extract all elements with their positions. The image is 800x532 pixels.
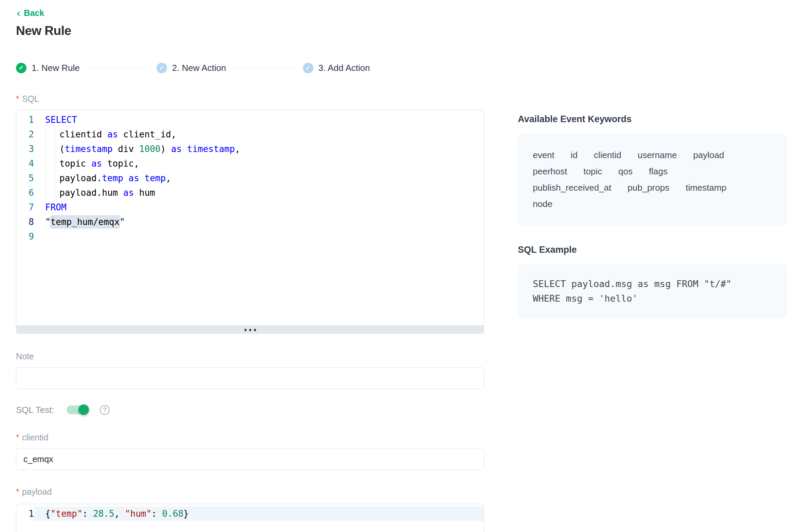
required-mark: * <box>16 486 19 497</box>
sql-editor[interactable]: 1SELECT2clientid as client_id,3(timestam… <box>16 110 484 326</box>
required-mark: * <box>16 432 19 443</box>
note-input[interactable] <box>16 367 484 389</box>
keyword-item: event <box>533 147 554 163</box>
editor-line[interactable]: 4topic as topic, <box>16 156 484 171</box>
payload-field-label-text: payload <box>22 486 52 497</box>
step-2[interactable]: ✓2. New Action <box>157 63 226 73</box>
editor-line-code[interactable]: payload.temp as temp, <box>34 171 484 186</box>
payload-editor-lines: 1{"temp": 28.5, "hum": 0.68} <box>16 507 484 521</box>
keyword-item: flags <box>649 163 668 179</box>
editor-line[interactable]: 9 <box>16 229 484 244</box>
keywords-rows: eventidclientidusernamepayloadpeerhostto… <box>533 147 772 212</box>
step-label: 3. Add Action <box>319 63 370 73</box>
editor-line[interactable]: 1SELECT <box>16 113 484 127</box>
keywords-box: eventidclientidusernamepayloadpeerhostto… <box>518 133 787 226</box>
note-field-label-text: Note <box>16 351 34 362</box>
editor-line[interactable]: 1{"temp": 28.5, "hum": 0.68} <box>16 507 484 521</box>
drag-handle-dots-icon <box>244 329 247 331</box>
step-1[interactable]: ✓1. New Rule <box>16 63 80 73</box>
toggle-knob <box>78 404 89 415</box>
note-field-label: Note <box>16 351 484 362</box>
help-glyph: ? <box>103 406 106 414</box>
step-3[interactable]: ✓3. Add Action <box>303 63 370 73</box>
back-label: Back <box>24 8 44 18</box>
editor-line[interactable]: 8"temp_hum/emqx" <box>16 215 484 229</box>
line-number: 9 <box>16 229 34 244</box>
step-check-icon: ✓ <box>157 63 167 73</box>
editor-line-code[interactable]: "temp_hum/emqx" <box>34 215 484 229</box>
help-icon[interactable]: ? <box>100 405 110 415</box>
steps: ✓1. New Rule✓2. New Action✓3. Add Action <box>16 62 370 73</box>
sql-test-label: SQL Test: <box>16 405 54 415</box>
sql-test-toggle[interactable] <box>67 405 88 414</box>
keyword-item: peerhost <box>533 163 567 179</box>
sql-example-code: SELECT payload.msg as msg FROM "t/#"WHER… <box>533 277 772 306</box>
editor-line[interactable]: 2clientid as client_id, <box>16 127 484 142</box>
editor-line-code[interactable]: {"temp": 28.5, "hum": 0.68} <box>34 507 484 521</box>
drag-handle-dots-icon <box>254 329 256 331</box>
rule-form: * SQL 1SELECT2clientid as client_id,3(ti… <box>16 93 484 532</box>
keyword-item: topic <box>583 163 602 179</box>
line-number: 5 <box>16 171 34 186</box>
keyword-item: payload <box>693 147 724 163</box>
keywords-row: node <box>533 196 772 212</box>
back-chevron-icon: ‹ <box>17 8 20 17</box>
editor-line-code[interactable]: SELECT <box>34 113 484 127</box>
line-number: 4 <box>16 156 34 171</box>
sql-test-row: SQL Test: ? <box>16 404 484 416</box>
line-number: 8 <box>16 215 34 229</box>
line-number: 3 <box>16 142 34 156</box>
line-number: 1 <box>16 113 34 127</box>
editor-line-code[interactable]: clientid as client_id, <box>34 127 484 142</box>
keywords-row: peerhosttopicqosflags <box>533 163 772 179</box>
drag-handle-dots-icon <box>249 329 251 331</box>
sql-editor-lines: 1SELECT2clientid as client_id,3(timestam… <box>16 113 484 244</box>
keywords-row: publish_received_atpub_propstimestamp <box>533 179 772 196</box>
back-link[interactable]: ‹ Back <box>17 8 44 18</box>
editor-line[interactable]: 3(timestamp div 1000) as timestamp, <box>16 142 484 156</box>
line-number: 7 <box>16 200 34 215</box>
step-label: 2. New Action <box>172 63 226 73</box>
sql-field-label: * SQL <box>16 93 484 104</box>
clientid-field-label-text: clientid <box>22 432 49 443</box>
editor-line-code[interactable]: (timestamp div 1000) as timestamp, <box>34 142 484 156</box>
keyword-item: clientid <box>594 147 621 163</box>
keywords-row: eventidclientidusernamepayload <box>533 147 772 163</box>
keyword-item: qos <box>618 163 633 179</box>
required-mark: * <box>16 93 19 104</box>
help-panel: Available Event Keywords eventidclientid… <box>518 114 787 318</box>
keywords-panel-title: Available Event Keywords <box>518 114 787 125</box>
payload-editor[interactable]: 1{"temp": 28.5, "hum": 0.68} <box>16 504 484 532</box>
keyword-item: publish_received_at <box>533 179 611 196</box>
keyword-item: timestamp <box>686 179 726 196</box>
editor-line[interactable]: 5payload.temp as temp, <box>16 171 484 186</box>
step-connector <box>88 68 148 68</box>
step-connector <box>234 68 295 68</box>
payload-field-label: * payload <box>16 486 484 497</box>
sql-example-box: SELECT payload.msg as msg FROM "t/#"WHER… <box>518 264 787 318</box>
editor-line-code[interactable]: FROM <box>34 200 484 215</box>
editor-line[interactable]: 6payload.hum as hum <box>16 186 484 200</box>
page-title: New Rule <box>16 24 71 38</box>
sql-example-title: SQL Example <box>518 245 787 255</box>
clientid-field-label: * clientid <box>16 432 484 443</box>
editor-line-code[interactable]: payload.hum as hum <box>34 186 484 200</box>
keyword-item: id <box>571 147 578 163</box>
editor-line-code[interactable]: topic as topic, <box>34 156 484 171</box>
step-check-icon: ✓ <box>16 63 26 73</box>
step-check-icon: ✓ <box>303 63 313 73</box>
line-number: 2 <box>16 127 34 142</box>
clientid-input[interactable] <box>16 449 484 470</box>
line-number: 1 <box>16 507 34 521</box>
sql-example-line: SELECT payload.msg as msg FROM "t/#" <box>533 277 772 291</box>
editor-line-code[interactable] <box>34 229 484 244</box>
editor-resize-handle[interactable] <box>16 326 484 334</box>
keyword-item: node <box>533 196 552 212</box>
editor-line[interactable]: 7FROM <box>16 200 484 215</box>
sql-example-line: WHERE msg = 'hello' <box>533 291 772 306</box>
keyword-item: pub_props <box>628 179 669 196</box>
keyword-item: username <box>638 147 677 163</box>
step-label: 1. New Rule <box>32 63 80 73</box>
sql-field-label-text: SQL <box>22 93 39 104</box>
new-rule-page: ‹ Back New Rule ✓1. New Rule✓2. New Acti… <box>0 0 800 532</box>
